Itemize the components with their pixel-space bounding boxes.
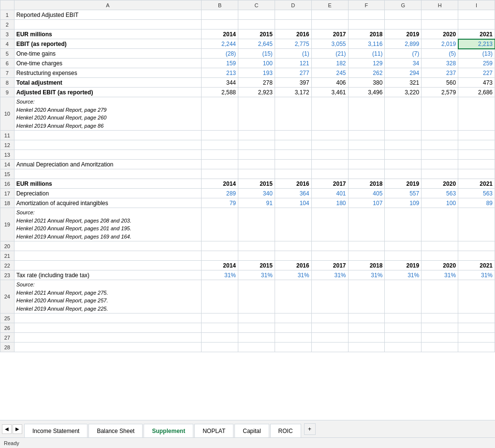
cell-15-B[interactable] bbox=[202, 169, 238, 179]
cell-11-D[interactable] bbox=[275, 131, 311, 140]
cell-17-B[interactable]: 289 bbox=[202, 189, 238, 198]
cell-22-D[interactable]: 2016 bbox=[275, 261, 311, 270]
cell-16-B[interactable]: 2014 bbox=[202, 179, 238, 189]
cell-2-G[interactable] bbox=[385, 20, 422, 30]
cell-21-E[interactable] bbox=[311, 251, 348, 261]
cell-8-I[interactable]: 473 bbox=[458, 78, 495, 88]
cell-17-C[interactable]: 340 bbox=[238, 189, 275, 198]
cell-28-E[interactable] bbox=[311, 343, 348, 352]
cell-27-E[interactable] bbox=[311, 333, 348, 343]
cell-8-D[interactable]: 397 bbox=[275, 78, 311, 88]
cell-24-E[interactable] bbox=[311, 280, 348, 314]
cell-12-I[interactable] bbox=[458, 140, 495, 150]
cell-20-C[interactable] bbox=[238, 241, 275, 251]
cell-1-C[interactable] bbox=[238, 10, 275, 20]
cell-9-B[interactable]: 2,588 bbox=[202, 88, 238, 97]
cell-15-H[interactable] bbox=[422, 169, 458, 179]
tab-nav-left[interactable]: ◀ bbox=[2, 424, 12, 434]
col-header-C[interactable]: C bbox=[238, 0, 275, 10]
cell-18-A[interactable]: Amortization of acquired intangibles bbox=[14, 198, 201, 208]
col-header-D[interactable]: D bbox=[275, 0, 311, 10]
cell-13-A[interactable] bbox=[14, 150, 201, 160]
cell-19-D[interactable] bbox=[275, 208, 311, 241]
cell-21-F[interactable] bbox=[348, 251, 385, 261]
cell-7-D[interactable]: 277 bbox=[275, 68, 311, 78]
cell-14-G[interactable] bbox=[385, 160, 422, 169]
cell-2-F[interactable] bbox=[348, 20, 385, 30]
cell-25-D[interactable] bbox=[275, 314, 311, 323]
cell-8-C[interactable]: 278 bbox=[238, 78, 275, 88]
cell-6-C[interactable]: 100 bbox=[238, 59, 275, 68]
cell-9-C[interactable]: 2,923 bbox=[238, 88, 275, 97]
cell-25-F[interactable] bbox=[348, 314, 385, 323]
cell-14-H[interactable] bbox=[422, 160, 458, 169]
cell-3-B[interactable]: 2014 bbox=[202, 30, 238, 39]
cell-7-C[interactable]: 193 bbox=[238, 68, 275, 78]
cell-5-I[interactable]: (13) bbox=[458, 49, 495, 59]
cell-3-I[interactable]: 2021 bbox=[458, 30, 495, 39]
cell-10-B[interactable] bbox=[202, 97, 238, 131]
cell-2-E[interactable] bbox=[311, 20, 348, 30]
cell-7-B[interactable]: 213 bbox=[202, 68, 238, 78]
cell-24-I[interactable] bbox=[458, 280, 495, 314]
cell-10-A[interactable]: Source: Henkel 2020 Annual Report, page … bbox=[14, 97, 201, 131]
cell-16-E[interactable]: 2017 bbox=[311, 179, 348, 189]
cell-23-G[interactable]: 31% bbox=[385, 270, 422, 280]
cell-20-B[interactable] bbox=[202, 241, 238, 251]
cell-15-A[interactable] bbox=[14, 169, 201, 179]
cell-2-C[interactable] bbox=[238, 20, 275, 30]
cell-3-E[interactable]: 2017 bbox=[311, 30, 348, 39]
cell-14-A[interactable]: Annual Depreciation and Amoritzation bbox=[14, 160, 201, 169]
cell-21-H[interactable] bbox=[422, 251, 458, 261]
cell-19-B[interactable] bbox=[202, 208, 238, 241]
cell-14-D[interactable] bbox=[275, 160, 311, 169]
cell-24-C[interactable] bbox=[238, 280, 275, 314]
cell-18-H[interactable]: 100 bbox=[422, 198, 458, 208]
col-header-F[interactable]: F bbox=[348, 0, 385, 10]
cell-24-A[interactable]: Source: Henkel 2021 Annual Report, page … bbox=[14, 280, 201, 314]
cell-21-D[interactable] bbox=[275, 251, 311, 261]
cell-16-F[interactable]: 2018 bbox=[348, 179, 385, 189]
cell-22-G[interactable]: 2019 bbox=[385, 261, 422, 270]
cell-10-H[interactable] bbox=[422, 97, 458, 131]
cell-23-C[interactable]: 31% bbox=[238, 270, 275, 280]
tab-nav-right[interactable]: ▶ bbox=[13, 424, 22, 434]
cell-26-C[interactable] bbox=[238, 323, 275, 333]
cell-17-G[interactable]: 557 bbox=[385, 189, 422, 198]
cell-4-D[interactable]: 2,775 bbox=[275, 39, 311, 49]
cell-7-A[interactable]: Restructuring expenses bbox=[14, 68, 201, 78]
cell-11-G[interactable] bbox=[385, 131, 422, 140]
cell-5-A[interactable]: One-time gains bbox=[14, 49, 201, 59]
cell-8-F[interactable]: 380 bbox=[348, 78, 385, 88]
cell-6-H[interactable]: 328 bbox=[422, 59, 458, 68]
cell-27-B[interactable] bbox=[202, 333, 238, 343]
cell-9-F[interactable]: 3,496 bbox=[348, 88, 385, 97]
cell-26-H[interactable] bbox=[422, 323, 458, 333]
cell-17-F[interactable]: 405 bbox=[348, 189, 385, 198]
cell-19-C[interactable] bbox=[238, 208, 275, 241]
cell-5-H[interactable]: (5) bbox=[422, 49, 458, 59]
cell-20-F[interactable] bbox=[348, 241, 385, 251]
cell-21-G[interactable] bbox=[385, 251, 422, 261]
cell-3-A[interactable]: EUR millions bbox=[14, 30, 201, 39]
cell-24-H[interactable] bbox=[422, 280, 458, 314]
cell-1-E[interactable] bbox=[311, 10, 348, 20]
cell-17-D[interactable]: 364 bbox=[275, 189, 311, 198]
cell-8-E[interactable]: 406 bbox=[311, 78, 348, 88]
cell-11-H[interactable] bbox=[422, 131, 458, 140]
cell-20-A[interactable] bbox=[14, 241, 201, 251]
cell-7-H[interactable]: 237 bbox=[422, 68, 458, 78]
cell-1-I[interactable] bbox=[458, 10, 495, 20]
cell-22-C[interactable]: 2015 bbox=[238, 261, 275, 270]
cell-11-A[interactable] bbox=[14, 131, 201, 140]
cell-18-F[interactable]: 107 bbox=[348, 198, 385, 208]
sheet-tab-noplat[interactable]: NOPLAT bbox=[194, 424, 233, 437]
cell-25-G[interactable] bbox=[385, 314, 422, 323]
cell-9-D[interactable]: 3,172 bbox=[275, 88, 311, 97]
cell-26-G[interactable] bbox=[385, 323, 422, 333]
cell-18-E[interactable]: 180 bbox=[311, 198, 348, 208]
cell-1-F[interactable] bbox=[348, 10, 385, 20]
cell-22-A[interactable] bbox=[14, 261, 201, 270]
cell-7-G[interactable]: 294 bbox=[385, 68, 422, 78]
cell-8-A[interactable]: Total adjustment bbox=[14, 78, 201, 88]
